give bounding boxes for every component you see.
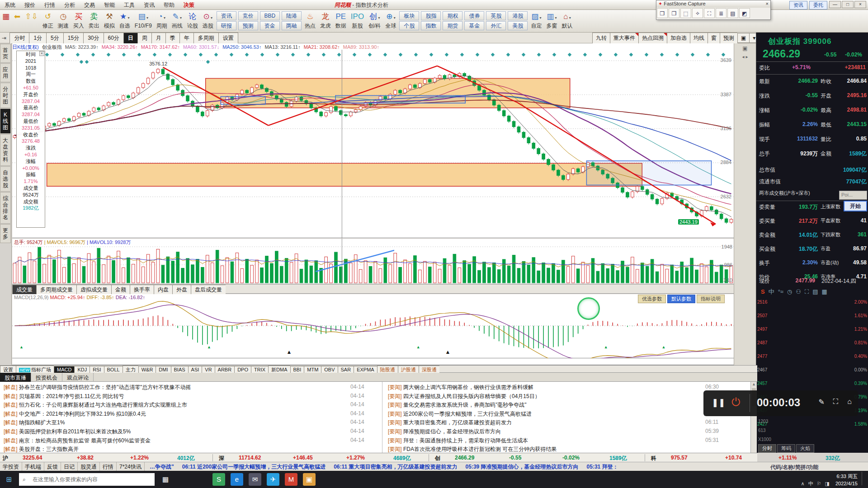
toolbar-button-两融[interactable]: 两融 [282, 21, 302, 30]
indicator-tab-RSI[interactable]: RSI [90, 366, 104, 373]
buy-button[interactable]: 买买入 [71, 11, 86, 30]
news-item[interactable]: [解盘] 中交地产：2021年净利同比下降32.19% 拟10派0.4元04-1… [4, 410, 377, 419]
toolbar-button-指数[interactable]: 指数 [421, 21, 441, 30]
hot-button[interactable]: ♨热点 [303, 11, 317, 30]
data-button[interactable]: PE数据 [334, 11, 348, 30]
period-tab-多周期[interactable]: 多周期 [193, 33, 218, 44]
sidebar-tab-分时图[interactable]: 分时图 [0, 83, 11, 108]
toolbar-button-板块[interactable]: 板块 [399, 11, 419, 20]
chevron-down-icon[interactable]: ▾ [210, 16, 212, 20]
splitter-strip[interactable]: ▣ ◂ ▸ [734, 43, 756, 365]
mini-clock-icon[interactable]: ◷ [787, 288, 792, 295]
menu-item-决策[interactable]: 决策 [179, 0, 199, 10]
top-button-资讯[interactable]: 资讯 [789, 1, 807, 9]
close-icon[interactable]: × [39, 51, 44, 56]
news-item[interactable]: [要闻] 四大证券报纸及人民日报头版内容精华摘要（04月15日） [388, 393, 732, 401]
menu-item-系统[interactable]: 系统 [0, 0, 20, 10]
taskbar-app-icon-1[interactable]: S [212, 473, 225, 486]
toolbar-button-英股[interactable]: 英股 [486, 11, 506, 20]
ticker-item[interactable]: 06:11 近200家公司一季报大幅预增，三大行业景气高歌猛进 [182, 464, 326, 470]
taskbar-app-icon-4[interactable]: ✈ [267, 473, 279, 486]
mini-chart-icon[interactable]: ▤ [812, 288, 818, 295]
forum-button[interactable]: 论论股 [185, 11, 200, 30]
toolbar-button-外汇[interactable]: 外汇 [486, 21, 506, 30]
news-item[interactable]: [解盘] 南京：放松商品房预售款监管 最高可拨付60%监管资金04-14 [4, 437, 377, 446]
speed-button[interactable]: ◷测速 [56, 11, 71, 30]
chart-tool-窗[interactable]: 窗 [708, 33, 720, 44]
news-item[interactable]: [要闻] 降准预期提信心，基金经理热议后市方向05:39 [388, 428, 732, 436]
f10-button[interactable]: ▤ ▾F10/F9 [133, 11, 154, 30]
volume-tab-虚拟成交量[interactable]: 虚拟成交量 [76, 285, 111, 295]
news-item[interactable]: [要闻] 量化交易需求激发系统升级，券商加码"毫秒争夺战" [388, 401, 732, 410]
indicator-tab-KDJ[interactable]: KDJ [74, 366, 90, 373]
sidebar-tab-更多[interactable]: 更多 [0, 224, 11, 243]
indicator-tab-BBI[interactable]: BBI [290, 366, 304, 373]
chart-tool-重大事件[interactable]: 重大事件 [610, 33, 638, 44]
chart-tool-热点回溯[interactable]: 热点回溯 [638, 33, 667, 44]
layout-grid-button[interactable]: ▦ [0, 11, 11, 23]
period-tab-60分[interactable]: 60分 [104, 33, 123, 44]
chinext-button[interactable]: 创 ▾创/科 [367, 11, 382, 30]
menu-item-行情[interactable]: 行情 [40, 0, 60, 10]
clock[interactable]: 6:33 周五2022/4/15 [835, 473, 858, 487]
period-tab-周[interactable]: 周 [137, 33, 151, 44]
news-item[interactable]: [解盘] 美国抵押贷款利率自2011年初以来首次触及5%04-14 [4, 428, 377, 436]
toolbar-button-预测[interactable]: 预测 [238, 21, 258, 30]
chevron-down-icon[interactable]: ▾ [179, 16, 182, 20]
news-item[interactable]: [要闻] 拜登：美国通胀持续上升，需采取行动降低生活成本05:31 [388, 437, 732, 446]
top-button-委托[interactable]: 委托 [809, 1, 827, 9]
indicator-tab-TRIX[interactable]: TRIX [251, 366, 268, 373]
taskbar-app-icon-5[interactable]: M [285, 473, 297, 486]
mini-cn-icon[interactable]: 中 [769, 288, 774, 296]
mini-user-icon[interactable]: ⚇ [796, 288, 801, 295]
close-icon[interactable]: × [766, 1, 769, 6]
indicator-tab-SAR[interactable]: SAR [338, 366, 354, 373]
menu-item-工具[interactable]: 工具 [119, 0, 139, 10]
indicator-tab-W&R[interactable]: W&R [138, 366, 156, 373]
news-item[interactable]: [解盘] 美股开盘：三大指数高开 [4, 446, 377, 453]
sidebar-tab-应用[interactable]: 应用 [0, 63, 11, 82]
power-icon[interactable]: ⏻ [731, 396, 740, 408]
indicator-tab-MTM[interactable]: MTM [304, 366, 321, 373]
taskbar-app-icon-6[interactable]: ▣ [303, 473, 316, 486]
show-desktop[interactable] [862, 472, 864, 485]
chart-tool-加自选[interactable]: 加自选 [667, 33, 690, 44]
sidebar-tab-综合排名[interactable]: 综合排名 [0, 192, 11, 224]
page-arrows-button[interactable]: ⇧⇩ [23, 11, 40, 23]
lock-icon[interactable]: ▣ [737, 33, 749, 43]
toolbar-button-个股[interactable]: 个股 [399, 21, 419, 30]
mini-tab-分时[interactable]: 分时 [758, 444, 776, 453]
volume-tab-换手率[interactable]: 换手率 [130, 285, 154, 295]
menu-item-报价[interactable]: 报价 [20, 0, 40, 10]
volume-tab-成交量[interactable]: 成交量 [12, 285, 36, 295]
indicator-tab-EXPMA[interactable]: EXPMA [354, 366, 377, 373]
toolbar-button-研报[interactable]: 研报 [217, 21, 236, 30]
ticker-item[interactable]: 05:31 拜登： [587, 464, 618, 470]
toolbar-button-资金[interactable]: 资金 [260, 21, 280, 30]
sell-button[interactable]: 卖卖出 [87, 11, 101, 30]
period-button[interactable]: ◔ ▾周期 [155, 11, 169, 30]
news-item[interactable]: [要闻] FDA首次批准使用呼吸样本进行新冠检测 可在三分钟内获得结果 [388, 446, 732, 453]
watchlist-button[interactable]: ★ ▾自选 [118, 11, 132, 30]
indicator-tab-ARBR[interactable]: ARBR [215, 366, 235, 373]
pause-icon[interactable]: ❚❚ [712, 398, 725, 408]
back-button[interactable]: ⬅ [12, 11, 22, 23]
camera-icon[interactable]: ⛶ [833, 398, 838, 406]
custom-button[interactable]: ▨ ▾自定 [529, 11, 543, 30]
start-button[interactable]: 开始 [844, 201, 867, 211]
volume-tab-多周期成交量[interactable]: 多周期成交量 [36, 285, 76, 295]
faststone-capture-freehand-icon[interactable]: ✧ [692, 8, 703, 18]
maximize-button[interactable]: □ [842, 1, 854, 8]
news-item[interactable]: [要闻] 两大钢企上调汽车用钢基价，钢铁行业供需矛盾料缓解06:30 [388, 384, 732, 392]
chart-tool-预测[interactable]: 预测 [720, 33, 737, 44]
close-button[interactable]: × [854, 1, 866, 8]
bottom-app-7*24快讯[interactable]: 7*24快讯 [117, 462, 145, 471]
period-tab-季[interactable]: 季 [165, 33, 179, 44]
menu-item-分析[interactable]: 分析 [60, 0, 80, 10]
tray-icon[interactable]: ∧ [801, 480, 805, 487]
mini-grid-icon[interactable]: ▦ [821, 288, 827, 295]
toolbar-button-美股[interactable]: 美股 [508, 21, 528, 30]
toolbar-button-期权[interactable]: 期权 [443, 11, 462, 20]
indicator-tab-MACD[interactable]: MACD [54, 366, 74, 373]
chevron-down-icon[interactable]: ▾ [163, 16, 165, 20]
